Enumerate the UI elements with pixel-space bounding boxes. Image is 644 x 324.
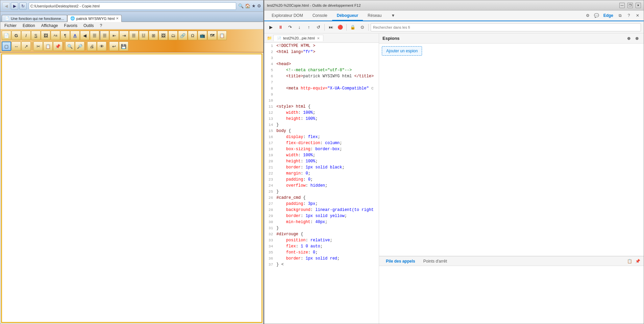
tab-2-close[interactable]: ✕	[116, 17, 119, 20]
menu-outils[interactable]: Outils	[81, 23, 97, 29]
btn-new-doc[interactable]: 📄	[2, 31, 11, 40]
dt-feedback-icon[interactable]: 💬	[593, 12, 600, 19]
dt-help-icon[interactable]: ?	[625, 12, 632, 19]
btn-table[interactable]: ⊞	[149, 31, 158, 40]
tab-2[interactable]: 🌐 patrick WYSIWYG html ✕	[67, 15, 122, 22]
dt-folder-icon[interactable]: 📁	[266, 35, 273, 41]
code-line-28: 28 background: linear-gradient(to right	[264, 207, 379, 213]
btn-link[interactable]: 🔗	[178, 31, 188, 40]
btn-undo[interactable]: ↩	[109, 42, 119, 51]
btn-text-color[interactable]: A	[70, 31, 80, 40]
dt-file-tab[interactable]: 📄 test2%20...pie.html ✕	[273, 35, 323, 41]
btn-bold[interactable]: G	[11, 31, 21, 40]
tab-network[interactable]: Réseau	[363, 11, 386, 21]
dt-pause-button[interactable]: ⏸	[276, 23, 284, 31]
code-line-12: 12 width: 100%;	[264, 110, 379, 116]
refresh-button[interactable]: ↻	[19, 2, 27, 10]
btn-special-char[interactable]: Ω	[188, 31, 197, 40]
code-line-30: 30 min-height: 40px;	[264, 219, 379, 225]
menu-affichage[interactable]: Affichage	[39, 23, 61, 29]
dt-close-icon[interactable]: ✕	[634, 12, 641, 19]
dt-ajouter-espion[interactable]: Ajouter un espion	[382, 46, 422, 56]
btn-form[interactable]: 📋	[217, 31, 227, 40]
code-line-3: 3	[264, 55, 379, 61]
tab-more[interactable]: ▼	[386, 11, 400, 21]
dt-minimize-button[interactable]: —	[619, 3, 625, 8]
toolbar-sep-1	[32, 42, 32, 50]
tab-pile-appels[interactable]: Pile des appels	[382, 258, 419, 265]
tab-1[interactable]: 📄 Une fonction qui ne fonctionne...	[2, 15, 67, 22]
dt-step-back[interactable]: ↺	[314, 23, 322, 31]
settings-icon[interactable]: ⚙	[257, 3, 261, 8]
menu-fichier[interactable]: Fichier	[2, 23, 19, 29]
code-line-29: 29 border: 1px solid yellow;	[264, 213, 379, 219]
dt-espion-settings-icon[interactable]: ⊗	[634, 35, 640, 42]
dt-step-into[interactable]: ↓	[295, 23, 303, 31]
dt-settings-icon[interactable]: ⚙	[585, 12, 591, 19]
btn-list-ul[interactable]: ☰	[129, 31, 139, 40]
tab-points-arret[interactable]: Points d'arrêt	[419, 258, 451, 265]
btn-zoom[interactable]: 🔎	[75, 42, 84, 51]
tab-console[interactable]: Console	[308, 11, 332, 21]
btn-embed[interactable]: 📺	[198, 31, 207, 40]
btn-move[interactable]: ↔	[11, 42, 21, 51]
search-icon[interactable]: 🔍	[238, 3, 244, 8]
btn-paste[interactable]: 📌	[53, 42, 63, 51]
btn-cut[interactable]: ✂	[33, 42, 43, 51]
dt-bottom-icon-2[interactable]: 📌	[634, 258, 641, 265]
menu-favoris[interactable]: Favoris	[61, 23, 80, 29]
back-button[interactable]: ◀	[2, 2, 10, 10]
btn-paragraph[interactable]: ¶	[60, 31, 70, 40]
btn-italic[interactable]: I	[21, 31, 31, 40]
btn-align-arrow[interactable]: ◀	[80, 31, 90, 40]
dt-body: 📁 📄 test2%20...pie.html ✕ 1 <!DOCTYPE HT…	[264, 33, 644, 324]
dt-break-on-exceptions[interactable]: ⏭	[327, 23, 335, 31]
btn-preview[interactable]: 👁	[97, 42, 106, 51]
menu-help[interactable]: ?	[97, 23, 105, 29]
tab-dom-explorer[interactable]: Explorateur DOM	[267, 11, 308, 21]
btn-align-center[interactable]: ☰	[100, 31, 109, 40]
btn-indent-dec[interactable]: ⇤	[109, 31, 119, 40]
file-tab-close[interactable]: ✕	[317, 36, 320, 40]
dt-grid-icon[interactable]: ⊙	[358, 23, 366, 31]
file-icon: 📄	[277, 36, 281, 40]
dt-close-button[interactable]: ✕	[636, 3, 641, 8]
dt-title-bar: test2%20-%20Copie.html - Outils de dével…	[264, 0, 644, 10]
btn-indent-inc[interactable]: ⇥	[119, 31, 129, 40]
home-icon[interactable]: 🏠	[245, 3, 250, 8]
btn-underline[interactable]: S	[31, 31, 41, 40]
menu-edition[interactable]: Edition	[20, 23, 38, 29]
btn-find[interactable]: 🔍	[65, 42, 75, 51]
btn-fontsize[interactable]: Aa	[51, 31, 60, 40]
dt-step-over[interactable]: ↷	[286, 23, 294, 31]
btn-copy[interactable]: 📋	[43, 42, 53, 51]
btn-list-ol[interactable]: ☳	[139, 31, 148, 40]
dt-lock-icon[interactable]: 🔒	[349, 23, 357, 31]
dt-step-out[interactable]: ↑	[305, 23, 313, 31]
btn-map[interactable]: 🗺	[207, 31, 217, 40]
dt-breakpoints-toggle[interactable]: 🔴	[336, 23, 344, 31]
dt-espion-add-icon[interactable]: ⊕	[625, 35, 632, 42]
dt-play-button[interactable]: ▶	[267, 23, 275, 31]
dt-search-input[interactable]	[371, 23, 641, 31]
address-text: C:\Users\polux\Desktop\test2 - Copie.htm…	[30, 4, 100, 8]
code-line-10: 10	[264, 98, 379, 104]
btn-insert-img2[interactable]: 🗂	[168, 31, 178, 40]
forward-button[interactable]: ▶	[11, 2, 18, 10]
toolbar-sep-3	[85, 42, 86, 50]
btn-resize[interactable]: ↗	[21, 42, 31, 51]
dt-detach-icon[interactable]: ⧉	[617, 12, 623, 19]
address-bar[interactable]: C:\Users\polux\Desktop\test2 - Copie.htm…	[29, 2, 236, 10]
btn-insert-img[interactable]: 🖼	[158, 31, 168, 40]
btn-save[interactable]: 💾	[119, 42, 128, 51]
btn-select[interactable]: ▢	[2, 42, 11, 51]
editor-area[interactable]	[1, 53, 263, 323]
btn-print[interactable]: 🖨	[87, 42, 97, 51]
dt-code-area[interactable]: 1 <!DOCTYPE HTML > 2 <html lang="fr"> 3 …	[264, 43, 379, 324]
star-icon[interactable]: ★	[252, 3, 256, 8]
dt-maximize-button[interactable]: ❐	[627, 3, 633, 8]
btn-image[interactable]: 🖼	[41, 31, 50, 40]
btn-align-left[interactable]: ☰	[90, 31, 99, 40]
tab-debugger[interactable]: Débogueur	[332, 11, 363, 21]
dt-bottom-icon-1[interactable]: 📋	[626, 258, 633, 265]
